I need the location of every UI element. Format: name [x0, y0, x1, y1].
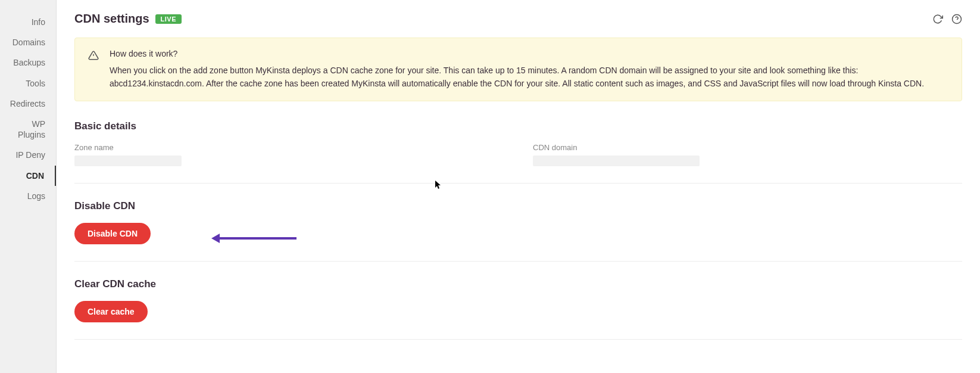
sidebar-item-tools[interactable]: Tools: [0, 73, 56, 94]
sidebar-item-domains[interactable]: Domains: [0, 32, 56, 52]
sidebar-item-ip-deny[interactable]: IP Deny: [0, 145, 56, 165]
details-grid: Zone name CDN domain: [74, 143, 962, 166]
sidebar-item-backups[interactable]: Backups: [0, 52, 56, 73]
cdn-domain-label: CDN domain: [533, 143, 700, 152]
page-title: CDN settings: [74, 12, 149, 26]
disable-cdn-title: Disable CDN: [74, 200, 962, 212]
sidebar-item-logs[interactable]: Logs: [0, 186, 56, 206]
sidebar-item-info[interactable]: Info: [0, 12, 56, 32]
disable-cdn-button[interactable]: Disable CDN: [74, 223, 151, 244]
basic-details-title: Basic details: [74, 120, 962, 132]
basic-details-section: Basic details Zone name CDN domain: [74, 116, 962, 184]
main-content: CDN settings LIVE How does it wor: [57, 0, 980, 373]
sidebar-item-wp-plugins[interactable]: WP Plugins: [0, 114, 56, 145]
help-icon[interactable]: [951, 14, 962, 24]
warning-icon: [88, 50, 99, 61]
clear-cache-section: Clear CDN cache Clear cache: [74, 273, 962, 340]
zone-name-field: Zone name: [74, 143, 182, 166]
zone-name-value: [74, 156, 182, 166]
title-wrap: CDN settings LIVE: [74, 12, 182, 26]
notice-title: How does it work?: [110, 49, 948, 58]
cdn-domain-field: CDN domain: [533, 143, 700, 166]
refresh-icon[interactable]: [932, 14, 943, 24]
cdn-domain-value: [533, 156, 700, 166]
clear-cache-button[interactable]: Clear cache: [74, 301, 148, 322]
sidebar-item-cdn[interactable]: CDN: [0, 166, 56, 186]
page-header: CDN settings LIVE: [74, 12, 962, 26]
disable-cdn-section: Disable CDN Disable CDN: [74, 195, 962, 262]
sidebar-item-redirects[interactable]: Redirects: [0, 94, 56, 114]
zone-name-label: Zone name: [74, 143, 182, 152]
info-notice: How does it work? When you click on the …: [74, 38, 962, 101]
notice-text: When you click on the add zone button My…: [110, 64, 948, 90]
header-actions: [932, 14, 962, 24]
sidebar: Info Domains Backups Tools Redirects WP …: [0, 0, 57, 373]
notice-content: How does it work? When you click on the …: [110, 49, 948, 90]
clear-cache-title: Clear CDN cache: [74, 278, 962, 290]
status-badge: LIVE: [155, 14, 182, 24]
